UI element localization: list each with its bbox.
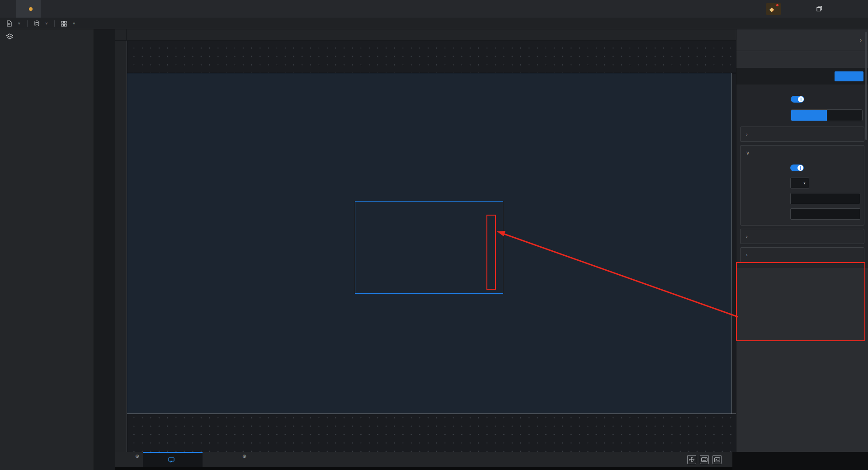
grid-icon — [61, 21, 67, 27]
artboard-top-edge — [127, 73, 736, 73]
axis-tabs — [739, 87, 865, 91]
database-icon — [34, 20, 40, 27]
chevron-down-icon: ∨ — [72, 22, 75, 25]
fit-view-button[interactable] — [687, 455, 696, 464]
layers-panel-header — [0, 29, 94, 44]
menu-data[interactable]: ∨ — [28, 18, 55, 29]
axisname-subsection[interactable]: › — [740, 247, 864, 263]
artboard-left-edge — [127, 41, 127, 452]
tick-length-row — [741, 206, 864, 221]
tickvalue-subsection[interactable]: › — [740, 229, 864, 244]
tick-color-picker[interactable]: ▼ — [790, 178, 809, 188]
ticks-subsection: ∨ ❙ ▼ — [740, 145, 864, 226]
layers-panel — [0, 29, 94, 470]
maximize-button[interactable] — [809, 0, 830, 18]
unsaved-dot-icon — [29, 7, 33, 11]
tick-width-input-box — [790, 193, 860, 204]
keyboard-icon — [701, 457, 708, 462]
ticks-subsection-header[interactable]: ∨ — [741, 146, 864, 160]
chevron-down-icon: ▼ — [803, 182, 806, 185]
axis-ticks-row: ❙ — [741, 160, 864, 175]
footer-strip — [115, 467, 736, 470]
datatype-option-numeric[interactable] — [791, 110, 827, 121]
tutorial-button[interactable] — [835, 71, 863, 81]
title-bar: ◆ — [0, 0, 868, 18]
notification-dot-icon — [776, 4, 778, 6]
component-dock — [94, 29, 115, 470]
menu-project[interactable]: ∨ — [0, 18, 27, 29]
chevron-down-icon: ∨ — [18, 22, 21, 25]
terminal-icon — [714, 457, 720, 462]
status-bar — [732, 452, 868, 470]
chevron-down-icon: ∨ — [746, 150, 750, 156]
menu-actions[interactable]: ∨ — [55, 18, 82, 29]
canvas-footer-bar: ⊕ ⊕ — [115, 452, 736, 467]
foreground-add-icon[interactable]: ⊕ — [135, 453, 139, 459]
shortcuts-button[interactable] — [700, 455, 709, 464]
board-icon — [168, 457, 175, 463]
minimize-button[interactable] — [789, 0, 809, 18]
datatype-row — [739, 107, 865, 123]
document-icon — [6, 20, 12, 27]
new-tab-button[interactable] — [41, 0, 59, 18]
chevron-right-icon: › — [746, 252, 748, 258]
menu-bar: ∨ ∨ ∨ ➤ | ∨ — [0, 18, 868, 29]
axisline-subsection[interactable]: › — [740, 127, 864, 142]
close-button[interactable] — [830, 0, 850, 18]
right-y-axis-row: ❙ — [739, 91, 865, 107]
maximize-icon — [816, 6, 822, 12]
tab-home[interactable] — [0, 0, 16, 18]
datatype-segmented-control — [791, 109, 863, 121]
tick-width-input[interactable] — [794, 195, 856, 202]
subboard-tab[interactable] — [143, 452, 203, 467]
axis-editor: ❙ › ∨ ❙ ▼ — [736, 85, 868, 268]
artboard-right-edge — [731, 73, 732, 414]
axis-ticks-toggle[interactable]: ❙ — [790, 164, 804, 171]
background-add-icon[interactable]: ⊕ — [242, 453, 246, 459]
color-swatch — [793, 179, 801, 187]
diamond-icon: ◆ — [769, 6, 774, 13]
tick-length-input[interactable] — [794, 211, 856, 217]
chart-component-selected[interactable] — [355, 201, 503, 294]
custom-service-button[interactable]: ◆ — [766, 3, 781, 15]
ruler-corner — [115, 29, 127, 41]
move-arrows-icon — [689, 457, 694, 462]
console-button[interactable] — [712, 455, 722, 464]
chevron-right-icon: › — [746, 132, 748, 137]
toggle-knob: ❙ — [797, 165, 803, 171]
scrollbar[interactable] — [865, 32, 867, 140]
chevron-down-icon: ∨ — [45, 22, 48, 25]
chevron-right-icon: › — [746, 234, 748, 239]
right-y-axis-toggle[interactable]: ❙ — [791, 96, 804, 103]
chevron-right-icon[interactable]: › — [860, 37, 862, 43]
toggle-knob: ❙ — [798, 96, 804, 102]
component-title-row — [736, 68, 868, 85]
tick-color-row: ▼ — [741, 175, 864, 191]
tick-length-input-box — [790, 208, 860, 220]
vertical-ruler — [115, 41, 127, 452]
datatype-option-log[interactable] — [827, 110, 863, 121]
inspector-tabs — [736, 51, 868, 68]
tick-width-row — [741, 191, 864, 206]
tab-project[interactable] — [16, 0, 41, 18]
artboard-bottom-edge — [127, 414, 736, 414]
layers-icon — [6, 33, 13, 40]
inspector-panel: › ❙ › ∨ ❙ — [736, 29, 868, 452]
state-row: › — [736, 29, 868, 51]
horizontal-ruler — [127, 29, 736, 41]
